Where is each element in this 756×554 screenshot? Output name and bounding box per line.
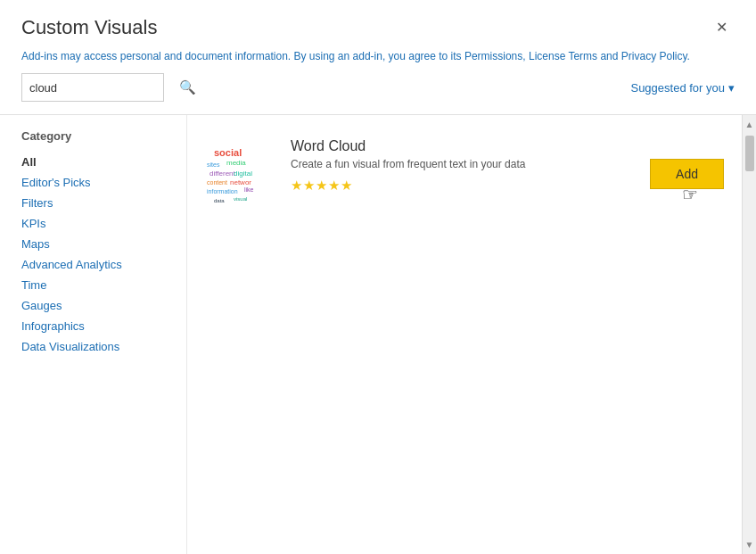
result-description: Create a fun visual from frequent text i…	[291, 158, 636, 170]
svg-text:like: like	[244, 186, 254, 193]
sidebar-item-editors-picks[interactable]: Editor's Picks	[21, 172, 165, 193]
sidebar-item-kpis[interactable]: KPIs	[21, 213, 165, 234]
svg-text:data: data	[214, 198, 225, 203]
add-button-container: Add ☞	[650, 159, 724, 189]
search-icon[interactable]: 🔍	[179, 79, 196, 95]
svg-text:media: media	[226, 159, 246, 167]
svg-text:networ: networ	[230, 178, 251, 186]
svg-text:social: social	[214, 147, 242, 158]
scroll-up-arrow[interactable]: ▲	[743, 117, 756, 132]
sidebar-item-advanced-analytics[interactable]: Advanced Analytics	[21, 254, 165, 275]
result-info: Word Cloud Create a fun visual from freq…	[291, 138, 636, 194]
sidebar-item-infographics[interactable]: Infographics	[21, 316, 165, 336]
scroll-track	[743, 132, 756, 537]
add-button[interactable]: Add	[650, 159, 724, 189]
svg-text:different: different	[210, 170, 236, 178]
star-rating: ★★★★★	[291, 178, 636, 194]
svg-text:sites: sites	[207, 161, 220, 168]
sidebar-item-gauges[interactable]: Gauges	[21, 295, 165, 316]
scroll-thumb[interactable]	[745, 136, 754, 171]
svg-text:visual: visual	[234, 196, 247, 202]
dialog-header: Custom Visuals ✕	[0, 0, 756, 45]
results-area: social sites media different content dig…	[187, 115, 742, 554]
scroll-down-arrow[interactable]: ▼	[743, 537, 756, 552]
sidebar-item-maps[interactable]: Maps	[21, 234, 165, 254]
chevron-down-icon: ▾	[728, 81, 735, 95]
svg-text:content: content	[207, 179, 227, 186]
sidebar-item-filters[interactable]: Filters	[21, 193, 165, 213]
sidebar-item-data-visualizations[interactable]: Data Visualizations	[21, 336, 165, 357]
search-input[interactable]	[29, 81, 179, 95]
dialog-title: Custom Visuals	[21, 16, 157, 39]
sidebar: Category All Editor's Picks Filters KPIs…	[0, 115, 187, 554]
suggested-for-you-button[interactable]: Suggested for you ▾	[630, 81, 735, 95]
sidebar-item-all[interactable]: All	[21, 152, 165, 172]
category-label: Category	[21, 129, 165, 143]
search-row: 🔍 Suggested for you ▾	[0, 73, 756, 114]
search-box: 🔍	[21, 73, 164, 102]
main-content: Category All Editor's Picks Filters KPIs…	[0, 114, 756, 554]
close-button[interactable]: ✕	[709, 17, 735, 38]
word-cloud-thumbnail: social sites media different content dig…	[205, 138, 276, 210]
sidebar-item-time[interactable]: Time	[21, 275, 165, 295]
svg-text:information: information	[207, 188, 238, 194]
table-row: social sites media different content dig…	[205, 129, 724, 219]
result-title: Word Cloud	[291, 138, 636, 154]
scrollbar: ▲ ▼	[742, 115, 756, 554]
custom-visuals-dialog: Custom Visuals ✕ Add-ins may access pers…	[0, 0, 756, 554]
svg-text:digital: digital	[234, 170, 252, 178]
notice-text: Add-ins may access personal and document…	[0, 45, 756, 73]
